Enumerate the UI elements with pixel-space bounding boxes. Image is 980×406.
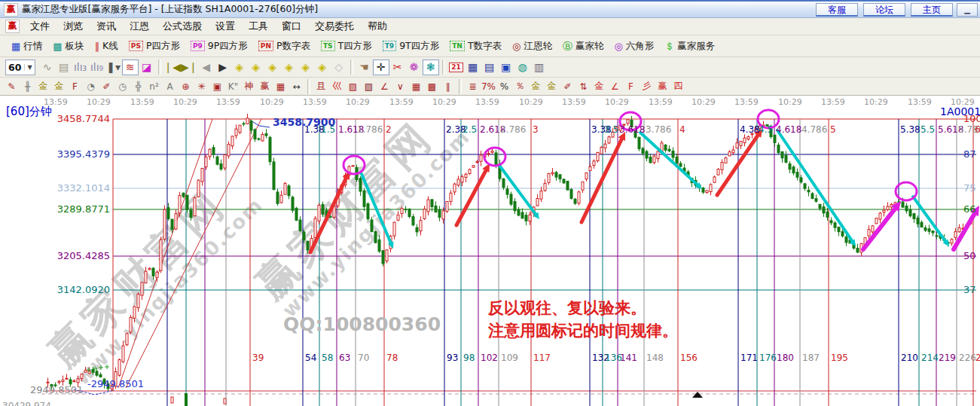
toolbar-gann-wheel[interactable]: ◎江恩轮 <box>507 40 557 53</box>
ray-fan-icon[interactable]: 巛 <box>329 79 345 93</box>
spiral-icon[interactable]: ◔ <box>83 79 99 93</box>
toolbar-winner-service[interactable]: ＄赢家服务 <box>659 40 720 53</box>
bars-3-icon[interactable]: ılı₃ <box>72 60 89 75</box>
note-icon[interactable]: ▤ <box>56 60 72 75</box>
brush2-icon[interactable]: ✐ <box>560 79 575 93</box>
pan-hand-icon[interactable]: ☚ <box>356 60 373 75</box>
toolbar-9p-square[interactable]: P99P四方形 <box>185 40 253 53</box>
titlebar-button-主页[interactable]: 主页 <box>911 3 953 17</box>
angle-f-icon[interactable]: F <box>623 79 639 93</box>
gann-square-icon[interactable]: ▣ <box>209 79 225 93</box>
toolbar-9t-square[interactable]: T99T四方形 <box>377 40 445 53</box>
menu-item[interactable]: 资讯 <box>90 20 123 33</box>
crosshair-icon[interactable]: ✛ <box>373 60 389 75</box>
square4-icon[interactable]: 四 <box>670 79 686 93</box>
calendar-21-icon[interactable]: 21 <box>448 60 465 75</box>
toolbar-t-square[interactable]: TST四方形 <box>316 40 377 53</box>
menu-item[interactable]: 江恩 <box>123 20 156 33</box>
gann-wheel-icon[interactable]: ✳ <box>194 79 209 93</box>
square-grid-icon[interactable]: ▦ <box>408 79 424 93</box>
chart-area[interactable]: 赢家财富网 www.yingjia360.com 赢家财富网 www.yingj… <box>0 96 980 406</box>
square-grid2-icon[interactable]: ▩ <box>424 79 440 93</box>
fib-f-icon[interactable]: F <box>67 79 83 93</box>
angle1-icon[interactable]: ∠ <box>607 79 623 93</box>
prev-icon[interactable]: ◀ <box>198 60 215 75</box>
ying2-icon[interactable]: 赢 <box>655 79 670 93</box>
angle-lines-icon[interactable]: ∠ <box>377 79 392 93</box>
brush-tool-icon[interactable]: ✐ <box>99 79 114 93</box>
zigzag-icon[interactable]: ∨ <box>392 79 408 93</box>
titlebar-button-客服[interactable]: 客服 <box>816 3 858 17</box>
first-page-icon[interactable]: ❘◀ <box>164 60 182 75</box>
next-icon[interactable]: ▶ <box>215 60 231 75</box>
split-icon[interactable]: ⇅ <box>575 79 591 93</box>
percent7-icon[interactable]: 7% <box>481 79 496 93</box>
percent-icon[interactable]: % <box>496 79 512 93</box>
cyan-trend-arrow[interactable] <box>777 130 853 243</box>
grid-lines-icon[interactable]: ╬ <box>130 79 146 93</box>
last-page-icon[interactable]: ▶❘ <box>181 60 198 75</box>
chevron-down-icon[interactable]: ▼ <box>24 64 32 71</box>
save-icon[interactable]: ▣ <box>498 60 514 75</box>
gold-section2-icon[interactable]: 金 <box>51 79 67 93</box>
diamond-x-icon[interactable]: ◈ <box>281 60 298 75</box>
menu-item[interactable]: 公式选股 <box>156 20 209 33</box>
menu-item[interactable]: 设置 <box>209 20 242 33</box>
gold-section-icon[interactable]: 金 <box>35 79 51 93</box>
draw-wave-icon[interactable]: ∿ <box>39 60 56 75</box>
brain-tool-icon[interactable]: ❃ <box>423 60 439 75</box>
diamond-left-icon[interactable]: ◈ <box>231 60 248 75</box>
toolbar-winner-wheel[interactable]: Ⓑ赢家轮 <box>557 40 609 53</box>
time-grid-icon[interactable]: ╫ <box>20 79 35 93</box>
percent-line-icon[interactable]: ％ <box>512 79 528 93</box>
menu-item[interactable]: 窗口 <box>275 20 308 33</box>
toolbar-quotes[interactable]: ▦行情 <box>6 40 47 53</box>
time-marker-circle[interactable] <box>343 156 365 174</box>
toolbar-p-number-table[interactable]: PNP数字表 <box>253 40 316 53</box>
menu-item[interactable]: 帮助 <box>361 20 394 33</box>
box-tool-icon[interactable]: 且 <box>313 79 329 93</box>
k-pattern-icon[interactable]: ≋ <box>122 60 139 75</box>
erase-icon[interactable]: ✂ <box>389 60 406 75</box>
ying-tool-icon[interactable]: 赢 <box>257 79 273 93</box>
fan-shade-icon[interactable]: ▧ <box>361 79 377 93</box>
toolbar-sectors[interactable]: ▩板块 <box>47 40 89 53</box>
flower-tool-icon[interactable]: ❁ <box>406 60 423 75</box>
minimize-button[interactable]: ▁ <box>957 3 978 17</box>
measure-icon[interactable]: ↔ <box>289 79 304 93</box>
diamond-h-icon[interactable]: ◈ <box>264 60 281 75</box>
trend-line[interactable] <box>118 119 212 388</box>
period-selector[interactable]: 60 ▼ <box>5 60 35 75</box>
parallel-lines-icon[interactable]: ∥ <box>440 79 456 93</box>
red-trend-arrow[interactable] <box>310 176 347 252</box>
trend-line[interactable] <box>126 119 261 388</box>
gold-line-icon[interactable]: 金 <box>544 79 560 93</box>
print-icon[interactable]: ▥ <box>531 60 548 75</box>
toolbar-p-square[interactable]: PSP四方形 <box>124 40 185 53</box>
menu-item[interactable]: 浏览 <box>56 20 90 33</box>
toolbar-t-number-table[interactable]: TNT数字表 <box>444 40 507 53</box>
n-square-icon[interactable]: n² <box>146 79 162 93</box>
titlebar-button-论坛[interactable]: 论坛 <box>863 3 905 17</box>
scale-tool-icon[interactable]: ≣ <box>465 79 481 93</box>
diamond-ghost-icon[interactable]: ◇ <box>331 60 347 75</box>
color-chart-icon[interactable]: ◪ <box>139 60 155 75</box>
toolbar-hexagon[interactable]: ◎六角形 <box>609 40 659 53</box>
diamond-move-icon[interactable]: ◈ <box>314 60 331 75</box>
diamond-right-icon[interactable]: ◈ <box>248 60 264 75</box>
candle-style-icon[interactable]: ❚▾ <box>105 60 122 75</box>
fan-square-icon[interactable]: ▨ <box>345 79 361 93</box>
menu-item[interactable]: 文件 <box>23 20 56 33</box>
gann-circle-icon[interactable]: ⊕ <box>178 79 194 93</box>
menu-item[interactable]: 工具 <box>242 20 275 33</box>
toolbar-kline[interactable]: ∥K线 <box>90 40 124 53</box>
shen-tool-icon[interactable]: 神 <box>241 79 257 93</box>
diamond-plus-icon[interactable]: ◈ <box>298 60 314 75</box>
andrews-icon[interactable]: A <box>162 79 178 93</box>
export-icon[interactable]: ◍ <box>514 60 531 75</box>
notes-icon[interactable]: ▤ <box>481 60 498 75</box>
gold-red-icon[interactable]: 金 <box>591 79 607 93</box>
bars-9-icon[interactable]: ılı₉ <box>89 60 105 75</box>
time-cycle-icon[interactable]: ◷ <box>114 79 130 93</box>
price-grid-icon[interactable]: ▦ <box>273 79 289 93</box>
